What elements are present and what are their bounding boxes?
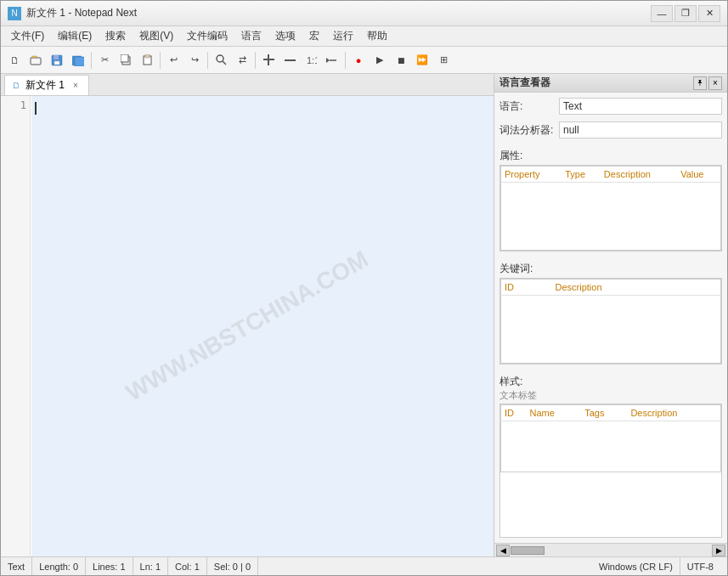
- menu-bar: 文件(F) 编辑(E) 搜索 视图(V) 文件编码 语言 选项 宏 运行 帮助: [1, 26, 727, 47]
- replace-button[interactable]: ⇄: [232, 50, 252, 71]
- indent-button[interactable]: [322, 50, 342, 71]
- toolbar-separator-4: [255, 52, 256, 69]
- status-bar: Text Length: 0 Lines: 1 Ln: 1 Col: 1 Sel…: [1, 556, 727, 575]
- panel-pin-button[interactable]: 🖈: [693, 76, 707, 90]
- close-button[interactable]: ✕: [698, 5, 720, 22]
- line-numbers: 1: [1, 96, 31, 556]
- menu-search[interactable]: 搜索: [99, 27, 133, 45]
- menu-file[interactable]: 文件(F): [4, 27, 51, 45]
- svg-text:1:1: 1:1: [307, 55, 317, 65]
- fast-button[interactable]: ⏩: [412, 50, 432, 71]
- zoom-in-button[interactable]: [258, 50, 279, 71]
- lexer-input[interactable]: [559, 121, 722, 138]
- keywords-col-description: Description: [552, 280, 721, 296]
- find-button[interactable]: [211, 50, 231, 71]
- scroll-thumb[interactable]: [511, 546, 545, 555]
- panel-title-bar: 语言查看器 🖈 ×: [494, 74, 727, 93]
- scroll-track[interactable]: [511, 546, 711, 555]
- menu-view[interactable]: 视图(V): [133, 27, 180, 45]
- copy-button[interactable]: [116, 50, 136, 71]
- svg-rect-2: [54, 55, 59, 59]
- toolbar-separator-2: [160, 52, 161, 69]
- svg-rect-14: [285, 59, 296, 61]
- keywords-table: ID Description: [500, 279, 721, 364]
- keywords-table-container: ID Description: [499, 278, 722, 364]
- menu-encoding[interactable]: 文件编码: [180, 27, 234, 45]
- undo-button[interactable]: ↩: [163, 50, 183, 71]
- status-sel: Sel: 0 | 0: [207, 557, 258, 575]
- zoom-out-button[interactable]: [279, 50, 300, 71]
- editor-text-area[interactable]: [31, 96, 494, 556]
- styles-col-description: Description: [627, 405, 720, 421]
- scroll-left-button[interactable]: ◀: [496, 545, 510, 556]
- keywords-body: [501, 296, 721, 364]
- styles-label: 样式:: [499, 375, 722, 389]
- main-window: N 新文件 1 - Notepad Next — ❐ ✕ 文件(F) 编辑(E)…: [0, 0, 728, 576]
- status-col: Col: 1: [168, 557, 207, 575]
- status-mode: Text: [8, 557, 32, 575]
- styles-table: ID Name Tags Description: [500, 404, 721, 472]
- menu-help[interactable]: 帮助: [360, 27, 394, 45]
- line-number-1: 1: [4, 99, 26, 111]
- keywords-header-row: ID Description: [501, 280, 721, 296]
- window-title: 新文件 1 - Notepad Next: [26, 6, 651, 20]
- save-all-button[interactable]: [68, 50, 88, 71]
- save-button[interactable]: [47, 50, 67, 71]
- macro-button[interactable]: ⊞: [433, 50, 454, 71]
- record-button[interactable]: ●: [348, 50, 369, 71]
- styles-table-container: ID Name Tags Description: [499, 404, 722, 538]
- attrs-body: [501, 183, 721, 251]
- menu-macro[interactable]: 宏: [302, 27, 326, 45]
- editor-content[interactable]: 1 WWW.NBSTCHINA.COM: [1, 96, 494, 556]
- attrs-col-type: Type: [562, 167, 601, 183]
- keywords-col-id: ID: [501, 280, 552, 296]
- styles-body: [501, 421, 721, 472]
- svg-rect-3: [54, 61, 59, 65]
- attrs-table-container: Property Type Description Value: [499, 165, 722, 251]
- svg-marker-17: [326, 58, 330, 63]
- title-bar-buttons: — ❐ ✕: [651, 5, 720, 22]
- play-button[interactable]: ▶: [370, 50, 390, 71]
- menu-language[interactable]: 语言: [234, 27, 268, 45]
- toolbar-separator-5: [345, 52, 346, 69]
- panel-close-button[interactable]: ×: [708, 76, 722, 90]
- menu-options[interactable]: 选项: [268, 27, 302, 45]
- status-encoding: UTF-8: [680, 557, 720, 575]
- language-input[interactable]: [559, 98, 722, 115]
- svg-point-10: [217, 55, 223, 62]
- tab-bar: 🗋 新文件 1 ×: [1, 74, 494, 96]
- attrs-table: Property Type Description Value: [500, 166, 721, 251]
- svg-rect-7: [121, 54, 128, 62]
- status-ln: Ln: 1: [133, 557, 168, 575]
- panel-content: 语言: 词法分析器: 属性: Property: [494, 93, 727, 543]
- scroll-right-button[interactable]: ▶: [712, 545, 725, 556]
- menu-run[interactable]: 运行: [326, 27, 360, 45]
- toolbar-separator-3: [207, 52, 208, 69]
- svg-rect-0: [31, 58, 41, 65]
- attrs-col-property: Property: [501, 167, 562, 183]
- open-button[interactable]: [25, 50, 46, 71]
- menu-edit[interactable]: 编辑(E): [51, 27, 99, 45]
- status-eol: Windows (CR LF): [592, 557, 680, 575]
- styles-header-row: ID Name Tags Description: [501, 405, 721, 421]
- lexer-label: 词法分析器:: [499, 123, 559, 138]
- tab-label: 新文件 1: [25, 78, 65, 93]
- editor-pane: 🗋 新文件 1 × 1 WWW.NBSTCHINA.COM: [1, 74, 494, 556]
- restore-button[interactable]: ❐: [674, 5, 697, 22]
- app-icon: N: [8, 7, 21, 20]
- zoom3-button[interactable]: 1:1: [301, 50, 321, 71]
- new-button[interactable]: 🗋: [4, 50, 25, 71]
- attrs-col-description: Description: [601, 167, 677, 183]
- stop-button[interactable]: ⏹: [391, 50, 411, 71]
- attrs-label: 属性:: [499, 149, 722, 163]
- redo-button[interactable]: ↪: [184, 50, 205, 71]
- tab-close-button[interactable]: ×: [70, 80, 82, 92]
- title-bar: N 新文件 1 - Notepad Next — ❐ ✕: [1, 1, 727, 26]
- main-area: 🗋 新文件 1 × 1 WWW.NBSTCHINA.COM: [1, 74, 727, 556]
- tab-icon: 🗋: [12, 81, 20, 90]
- minimize-button[interactable]: —: [651, 5, 673, 22]
- editor-tab[interactable]: 🗋 新文件 1 ×: [4, 75, 89, 95]
- cut-button[interactable]: ✂: [94, 50, 115, 71]
- paste-button[interactable]: [137, 50, 157, 71]
- horizontal-scrollbar[interactable]: ◀ ▶: [494, 543, 727, 556]
